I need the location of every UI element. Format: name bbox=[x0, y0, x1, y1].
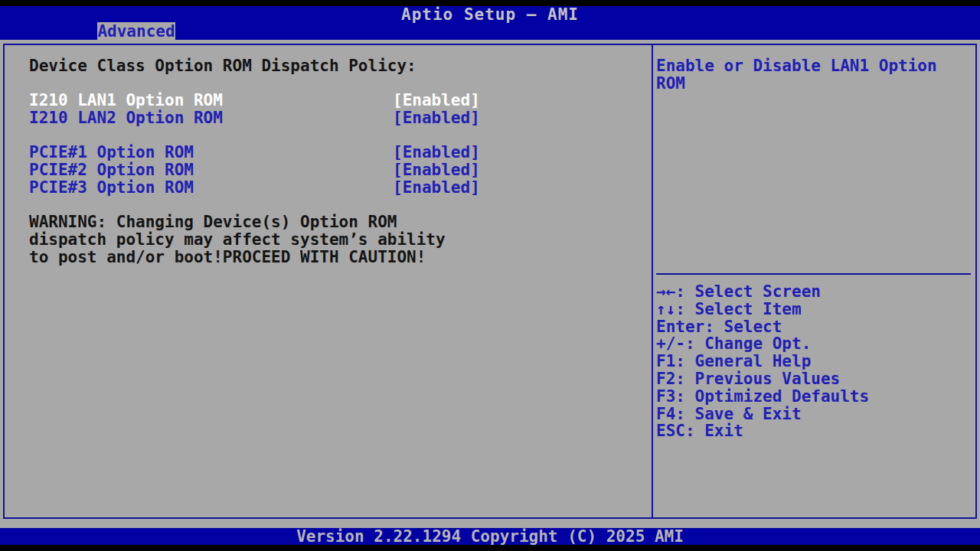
main-panel: Device Class Option ROM Dispatch Policy:… bbox=[3, 44, 977, 519]
option-row-pcie1[interactable]: PCIE#1 Option ROM [Enabled] bbox=[29, 144, 652, 161]
options-pane: Device Class Option ROM Dispatch Policy:… bbox=[5, 45, 652, 517]
spacer bbox=[29, 127, 652, 145]
header-bar: Aptio Setup – AMI Advanced bbox=[0, 6, 980, 40]
option-label: I210 LAN2 Option ROM bbox=[29, 109, 223, 127]
warning-line: WARNING: Changing Device(s) Option ROM bbox=[29, 214, 652, 231]
option-value[interactable]: [Enabled] bbox=[393, 179, 480, 197]
tab-advanced[interactable]: Advanced bbox=[97, 22, 175, 41]
legend-item: →←: Select Screen bbox=[656, 283, 869, 301]
footer-bar: Version 2.22.1294 Copyright (C) 2025 AMI bbox=[0, 528, 980, 545]
option-row-i210-lan1[interactable]: I210 LAN1 Option ROM [Enabled] bbox=[29, 92, 652, 109]
option-label: PCIE#2 Option ROM bbox=[29, 161, 194, 179]
bottom-black-strip bbox=[0, 545, 980, 551]
option-row-i210-lan2[interactable]: I210 LAN2 Option ROM [Enabled] bbox=[29, 109, 652, 127]
hotkey-legend: →←: Select Screen ↑↓: Select Item Enter:… bbox=[656, 283, 869, 440]
legend-item: F2: Previous Values bbox=[656, 370, 869, 388]
spacer bbox=[29, 197, 652, 214]
option-value[interactable]: [Enabled] bbox=[393, 161, 480, 179]
option-label: PCIE#3 Option ROM bbox=[29, 178, 194, 197]
option-row-pcie3[interactable]: PCIE#3 Option ROM [Enabled] bbox=[29, 179, 652, 197]
option-label: PCIE#1 Option ROM bbox=[29, 143, 194, 161]
help-legend-divider bbox=[656, 273, 971, 275]
warning-line: to post and/or boot!PROCEED WITH CAUTION… bbox=[29, 249, 652, 266]
warning-line: dispatch policy may affect system’s abil… bbox=[29, 231, 652, 249]
help-pane: Enable or Disable LAN1 Option ROM →←: Se… bbox=[653, 45, 975, 517]
legend-item: ↑↓: Select Item bbox=[656, 301, 869, 318]
legend-item: Enter: Select bbox=[656, 318, 869, 336]
spacer bbox=[29, 75, 652, 93]
option-value[interactable]: [Enabled] bbox=[393, 144, 480, 161]
option-row-pcie2[interactable]: PCIE#2 Option ROM [Enabled] bbox=[29, 161, 652, 179]
legend-item: F4: Save & Exit bbox=[656, 406, 869, 423]
help-text: Enable or Disable LAN1 Option ROM bbox=[656, 57, 959, 92]
version-text: Version 2.22.1294 Copyright (C) 2025 AMI bbox=[296, 527, 684, 546]
legend-item: F3: Optimized Defaults bbox=[656, 388, 869, 406]
section-title: Device Class Option ROM Dispatch Policy: bbox=[29, 57, 652, 75]
option-value[interactable]: [Enabled] bbox=[393, 109, 480, 127]
legend-item: F1: General Help bbox=[656, 353, 869, 370]
option-value[interactable]: [Enabled] bbox=[393, 92, 480, 109]
legend-item: ESC: Exit bbox=[656, 422, 869, 440]
option-label: I210 LAN1 Option ROM bbox=[29, 91, 223, 109]
legend-item: +/-: Change Opt. bbox=[656, 335, 869, 353]
page-title: Aptio Setup – AMI bbox=[0, 6, 980, 24]
